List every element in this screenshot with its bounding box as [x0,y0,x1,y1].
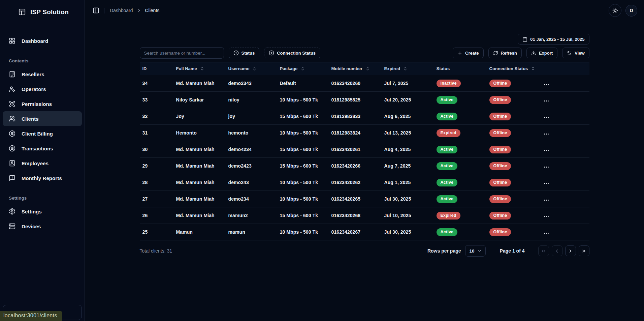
cell-connection: Offline [487,224,537,240]
sort-icon[interactable] [403,66,408,71]
sidebar-item-settings[interactable]: Settings [3,204,82,219]
date-range-label: 01 Jan, 2025 - 15 Jul, 2025 [530,37,584,42]
table-row: 29 Md. Mamun Miah demo2423 15 Mbps - 600… [140,158,589,174]
next-page-button[interactable] [565,245,576,256]
rows-per-page-label: Rows per page [427,248,461,254]
sidebar-item-monthly-reports[interactable]: Monthly Reports [3,171,82,185]
sort-icon[interactable] [531,66,535,71]
cell-mobile: 01623420265 [329,191,382,207]
cell-id: 27 [140,191,173,207]
plus-circle-icon [233,50,239,56]
sidebar-item-client-billing[interactable]: Client Billing [3,126,82,141]
sidebar-toggle-button[interactable] [93,7,99,14]
cell-mobile: 01623420267 [329,224,382,240]
status-filter-button[interactable]: Status [229,48,260,58]
status-badge: Active [437,113,458,120]
connection-badge: Offline [489,113,511,120]
sort-icon[interactable] [365,66,370,71]
create-button[interactable]: Create [453,48,483,58]
col-status: Status [434,62,487,75]
status-badge: Active [437,228,458,236]
cell-actions [537,224,589,240]
last-page-button[interactable] [579,245,589,256]
search-input[interactable] [140,47,224,59]
row-actions-button[interactable] [544,167,549,168]
cell-username: hemonto [226,125,277,141]
cell-actions [537,207,589,224]
cell-expired: Jul 30, 2025 [382,224,434,240]
refresh-button[interactable]: Refresh [488,48,522,58]
sidebar-item-clients[interactable]: Clients [3,111,82,126]
gear-icon [9,208,15,215]
sidebar-item-dashboard[interactable]: Dashboard [3,33,82,48]
row-actions-button[interactable] [544,150,549,151]
cell-package: Default [277,75,329,92]
cell-status: Active [434,141,487,158]
row-actions-button[interactable] [544,84,549,85]
row-actions-button[interactable] [544,117,549,118]
chevrons-left-icon [541,249,546,254]
cell-mobile: 01812983833 [329,108,382,125]
refresh-icon [493,51,498,56]
cell-connection: Offline [487,141,537,158]
avatar[interactable]: D [625,5,637,17]
topbar: Dashboard Clients D [85,0,644,21]
cell-username: demo243 [226,174,277,191]
cell-actions [537,108,589,125]
theme-toggle-button[interactable] [609,4,621,17]
refresh-label: Refresh [501,51,517,56]
sort-icon[interactable] [252,66,257,71]
sliders-icon [567,51,572,56]
rows-per-page-select[interactable]: 10 [465,245,486,257]
cell-id: 30 [140,141,173,158]
connection-status-filter-button[interactable]: Connection Status [264,48,320,58]
sidebar-item-devices[interactable]: Devices [3,219,82,234]
date-range-button[interactable]: 01 Jan, 2025 - 15 Jul, 2025 [518,34,589,45]
sidebar-item-label: Dashboard [22,38,48,44]
cell-actions [537,75,589,92]
sidebar-nav: Dashboard Contents Resellers Operators P… [0,33,85,234]
col-mobile: Mobile number [329,62,382,75]
row-actions-button[interactable] [544,200,549,201]
cell-full-name: Md. Mamun Miah [173,158,226,174]
col-username: Username [226,62,277,75]
view-button[interactable]: View [562,48,589,58]
sidebar-item-operators[interactable]: Operators [3,82,82,96]
plus-icon [457,51,462,56]
cell-mobile: 01623420266 [329,158,382,174]
row-actions-button[interactable] [544,183,549,184]
sidebar-item-transactions[interactable]: Transactions [3,141,82,156]
first-page-button[interactable] [538,245,549,256]
cell-actions [537,158,589,174]
prev-page-button[interactable] [552,245,562,256]
sidebar-item-resellers[interactable]: Resellers [3,67,82,82]
row-actions-button[interactable] [544,134,549,135]
status-badge: Active [437,146,458,153]
cell-id: 32 [140,108,173,125]
breadcrumb-dashboard[interactable]: Dashboard [110,8,133,13]
table-row: 30 Md. Mamun Miah demo4234 15 Mbps - 600… [140,141,589,158]
cell-full-name: Niloy Sarkar [173,92,226,108]
sort-icon[interactable] [300,66,305,71]
row-actions-button[interactable] [544,216,549,217]
status-badge: Expired [437,129,460,137]
cell-package: 10 Mbps - 500 Tk [277,125,329,141]
sort-icon[interactable] [200,66,204,71]
sidebar-item-permissions[interactable]: Permissions [3,96,82,111]
connection-badge: Offline [489,228,511,236]
clients-page: 01 Jan, 2025 - 15 Jul, 2025 Status Conne… [140,21,589,257]
connection-badge: Offline [489,212,511,220]
sidebar-item-employees[interactable]: Employees [3,156,82,171]
app-title: ISP Solution [30,8,69,16]
cell-connection: Offline [487,174,537,191]
export-button[interactable]: Export [526,48,557,58]
total-clients: Total clients: 31 [140,248,172,254]
cell-package: 10 Mbps - 500 Tk [277,224,329,240]
rows-per-page-value: 10 [470,249,475,254]
row-actions-button[interactable] [544,233,549,234]
row-actions-button[interactable] [544,100,549,101]
status-badge: Active [437,195,458,203]
cell-full-name: Joy [173,108,226,125]
pagination [538,245,589,256]
cell-id: 26 [140,207,173,224]
